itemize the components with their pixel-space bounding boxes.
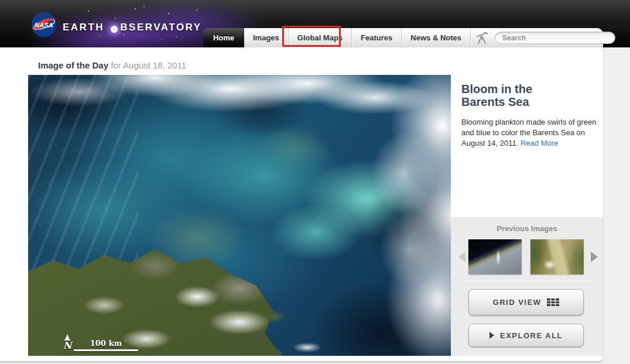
explore-all-label: EXPLORE ALL xyxy=(500,331,563,340)
article-summary: Blooming plankton made swirls of green a… xyxy=(461,117,602,149)
north-arrow-icon: N xyxy=(61,334,73,351)
read-more-link[interactable]: Read More xyxy=(521,139,558,147)
north-arrow-triangle xyxy=(64,334,70,341)
page-title: Image of the Day for August 18, 2011 xyxy=(38,60,186,70)
play-icon xyxy=(489,332,494,339)
page: NASA EARTH BSERVATORY Home Images Global… xyxy=(0,0,630,364)
wordmark-rest: BSERVATORY xyxy=(120,22,201,33)
sidebar-divider xyxy=(460,281,594,281)
next-arrow-icon[interactable] xyxy=(591,252,598,262)
site-wordmark[interactable]: EARTH BSERVATORY xyxy=(63,22,202,33)
search-input[interactable] xyxy=(495,32,615,44)
scale-bar: 100 km xyxy=(74,339,138,351)
nav-item-images[interactable]: Images xyxy=(244,28,289,47)
star-field xyxy=(0,0,1,1)
nav-item-features[interactable]: Features xyxy=(352,28,402,47)
grid-view-icon xyxy=(547,298,559,306)
page-title-date: for August 18, 2011 xyxy=(111,60,186,70)
scale-bar-label: 100 km xyxy=(74,339,138,348)
nav-item-home-label: Home xyxy=(213,33,234,42)
previous-images-section: Previous Images GRID VIEW EXPLORE ALL xyxy=(451,217,603,356)
glowing-o-icon xyxy=(111,26,118,33)
telescope-icon xyxy=(475,31,489,45)
previous-images-heading: Previous Images xyxy=(451,224,603,233)
search-zone xyxy=(471,28,619,47)
nav-item-news-notes[interactable]: News & Notes xyxy=(402,28,471,47)
image-of-the-day-photo[interactable]: Norway N 100 km xyxy=(28,75,451,356)
nav-item-global-maps[interactable]: Global Maps xyxy=(289,28,352,47)
grid-view-button[interactable]: GRID VIEW xyxy=(468,289,584,315)
north-arrow-letter: N xyxy=(63,340,72,351)
previous-arrow-icon[interactable] xyxy=(458,252,465,262)
previous-image-thumbnail-1[interactable] xyxy=(468,239,522,274)
previous-image-thumbnail-2[interactable] xyxy=(530,239,584,274)
grid-view-label: GRID VIEW xyxy=(493,298,542,307)
nasa-meatball-icon: NASA xyxy=(30,11,57,38)
page-title-main: Image of the Day xyxy=(38,60,108,70)
explore-all-button[interactable]: EXPLORE ALL xyxy=(468,324,584,347)
scale-bar-line xyxy=(74,349,138,351)
nav-item-home[interactable]: Home xyxy=(203,28,244,47)
article-title: Bloom in the Barents Sea xyxy=(461,83,573,108)
svg-text:NASA: NASA xyxy=(35,22,53,29)
wordmark-earth: EARTH xyxy=(63,22,104,33)
nasa-logo[interactable]: NASA xyxy=(30,11,57,38)
primary-nav: Images Global Maps Features News & Notes xyxy=(244,28,603,47)
